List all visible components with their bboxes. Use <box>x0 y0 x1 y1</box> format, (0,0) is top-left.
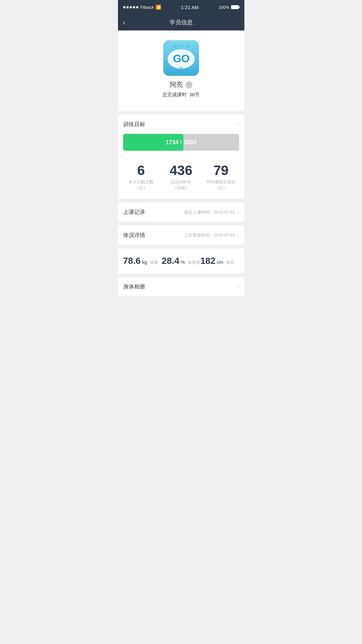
divider-3 <box>118 222 244 226</box>
divider-6 <box>118 296 244 300</box>
stat-score-label: 平均课程完成分（分） <box>206 179 236 191</box>
back-button[interactable]: ‹ <box>123 19 125 26</box>
avatar-svg: GO <box>163 40 199 76</box>
height-unit: cm <box>217 259 223 265</box>
body-condition-label: 体况详情 <box>123 231 145 239</box>
username-row: 阿亮 ♂ <box>170 80 193 89</box>
stat-score-value: 79 <box>213 164 228 177</box>
status-left: Fitback 📶 <box>123 5 161 10</box>
body-stats-row: 78.6 kg 体重 28.4 % 体脂率 182 cm 身高 <box>118 249 244 273</box>
divider-4 <box>118 245 244 249</box>
stat-score: 79 平均课程完成分（分） <box>201 164 241 191</box>
stat-attendance-label: 本月出勤次数（次） <box>128 179 154 191</box>
chevron-right-icon-3: › <box>237 232 239 239</box>
body-stat-weight: 78.6 kg 体重 <box>123 256 162 266</box>
height-value: 182 <box>200 256 216 266</box>
avatar-image: GO <box>163 40 199 76</box>
progress-container: 1734 / 3334 <box>118 134 244 157</box>
divider-2 <box>118 199 244 203</box>
page-title: 学员信息 <box>169 18 193 26</box>
total-lessons: 总完成课时 36节 <box>162 92 200 98</box>
class-record-item[interactable]: 上课记录 最近上课时间：2018-07-01 › <box>118 203 244 222</box>
total-lessons-value: 36 <box>189 92 195 97</box>
stat-attendance: 6 本月出勤次数（次） <box>121 164 161 191</box>
chevron-right-icon: › <box>237 121 239 128</box>
chevron-right-icon-4: › <box>237 283 239 290</box>
profile-section: GO 阿亮 ♂ 总完成课时 36节 <box>118 30 244 111</box>
signal-icon <box>123 6 138 8</box>
stat-duration: 436 总运动时长（分钟） <box>161 164 201 191</box>
body-stat-height: 182 cm 身高 <box>200 256 239 266</box>
weight-label: 体重 <box>150 260 158 265</box>
status-right: 100% <box>218 5 239 10</box>
total-lessons-label: 总完成课时 <box>162 92 187 97</box>
carrier-label: Fitback <box>140 5 154 10</box>
username-label: 阿亮 <box>170 80 183 89</box>
status-bar: Fitback 📶 1:21 AM 100% <box>118 0 244 14</box>
body-condition-item[interactable]: 体况详情 上次更新时间：2018-07-01 › <box>118 226 244 245</box>
training-goal-label: 训练目标 <box>123 121 145 128</box>
svg-text:GO: GO <box>173 52 189 64</box>
chevron-right-icon-2: › <box>237 209 239 216</box>
stat-attendance-value: 6 <box>137 164 145 177</box>
body-album-label: 身体相册 <box>123 283 145 290</box>
body-stat-fat: 28.4 % 体脂率 <box>162 256 200 266</box>
weight-value: 78.6 <box>123 256 141 266</box>
gender-icon: ♂ <box>185 81 193 88</box>
stat-duration-value: 436 <box>169 164 192 177</box>
body-album-item[interactable]: 身体相册 › <box>118 277 244 296</box>
fat-unit: % <box>181 259 185 265</box>
weight-unit: kg <box>142 259 147 265</box>
divider-5 <box>118 273 244 277</box>
progress-bar: 1734 / 3334 <box>123 134 239 151</box>
avatar: GO <box>163 40 199 76</box>
battery-icon <box>231 5 239 9</box>
divider-1 <box>118 111 244 115</box>
progress-label: 1734 / 3334 <box>166 139 196 146</box>
time-label: 1:21 AM <box>181 5 199 10</box>
class-record-label: 上课记录 <box>123 208 145 216</box>
fat-value: 28.4 <box>162 256 180 266</box>
class-record-sub: 最近上课时间：2018-07-01 <box>184 209 235 215</box>
body-condition-sub: 上次更新时间：2018-07-01 <box>184 232 235 238</box>
fat-label: 体脂率 <box>188 260 200 265</box>
class-record-right: 最近上课时间：2018-07-01 › <box>184 209 239 216</box>
stat-duration-label: 总运动时长（分钟） <box>170 179 192 191</box>
wifi-icon: 📶 <box>156 5 161 10</box>
height-label: 身高 <box>226 260 234 265</box>
stats-row: 6 本月出勤次数（次） 436 总运动时长（分钟） 79 平均课程完成分（分） <box>118 157 244 199</box>
training-goal-item[interactable]: 训练目标 › <box>118 115 244 134</box>
body-condition-right: 上次更新时间：2018-07-01 › <box>184 232 239 239</box>
battery-percent: 100% <box>218 5 229 10</box>
nav-bar: ‹ 学员信息 <box>118 14 244 30</box>
